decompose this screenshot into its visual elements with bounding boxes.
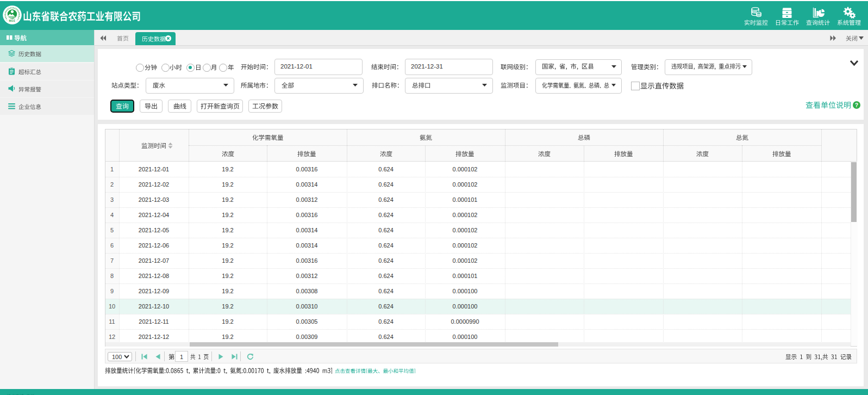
svg-text:MEE: MEE: [9, 20, 16, 22]
